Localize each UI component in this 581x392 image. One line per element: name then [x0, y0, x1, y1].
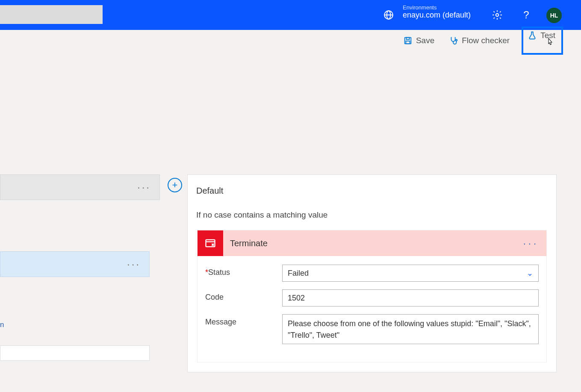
stethoscope-icon: [449, 36, 458, 45]
save-button[interactable]: Save: [401, 34, 437, 47]
environment-selector[interactable]: Environments enayu.com (default): [403, 4, 471, 20]
more-icon[interactable]: ···: [523, 238, 539, 249]
default-title: Default: [188, 175, 556, 198]
default-subtitle: If no case contains a matching value: [188, 198, 556, 228]
flask-icon: [528, 31, 537, 40]
environment-name: enayu.com (default): [403, 11, 471, 20]
add-case-button[interactable]: +: [168, 178, 182, 192]
more-icon[interactable]: ···: [127, 258, 141, 270]
plus-icon: +: [172, 180, 178, 191]
message-label: Message: [205, 314, 282, 327]
avatar[interactable]: HL: [546, 8, 562, 23]
svg-point-6: [456, 39, 457, 41]
terminate-action: Terminate ··· *Status Failed ⌄ Code Mess…: [197, 230, 547, 363]
globe-icon[interactable]: [383, 9, 394, 21]
help-icon[interactable]: ?: [521, 9, 532, 21]
flow-checker-label: Flow checker: [462, 36, 510, 45]
chevron-down-icon: ⌄: [527, 268, 533, 278]
environments-label: Environments: [403, 4, 471, 11]
terminate-header[interactable]: Terminate ···: [198, 230, 546, 256]
svg-rect-5: [406, 41, 410, 44]
flow-checker-button[interactable]: Flow checker: [446, 34, 512, 47]
gear-icon[interactable]: [492, 9, 503, 21]
status-value: Failed: [288, 269, 309, 278]
cursor-icon: [546, 38, 555, 47]
terminate-form: *Status Failed ⌄ Code Message: [198, 256, 546, 362]
more-icon[interactable]: ···: [137, 181, 151, 193]
svg-rect-4: [406, 38, 409, 40]
save-label: Save: [416, 36, 434, 45]
app-header: Environments enayu.com (default) ? HL: [0, 0, 581, 30]
terminate-icon: [198, 230, 223, 256]
code-input[interactable]: [282, 289, 539, 307]
save-icon: [403, 36, 413, 45]
terminate-title: Terminate: [223, 239, 268, 248]
default-case-card: Default If no case contains a matching v…: [187, 174, 557, 372]
search-input[interactable]: [0, 5, 103, 24]
status-label: *Status: [205, 265, 282, 277]
message-input[interactable]: [282, 314, 539, 344]
svg-point-2: [496, 14, 499, 17]
case-card[interactable]: [0, 345, 150, 361]
case-card[interactable]: ···: [0, 174, 160, 200]
action-card[interactable]: ···: [0, 251, 150, 277]
add-action-link[interactable]: n: [0, 321, 4, 329]
test-button[interactable]: Test: [522, 27, 563, 55]
status-select[interactable]: Failed ⌄: [282, 265, 539, 282]
code-label: Code: [205, 289, 282, 302]
action-toolbar: Save Flow checker Test: [0, 30, 581, 51]
